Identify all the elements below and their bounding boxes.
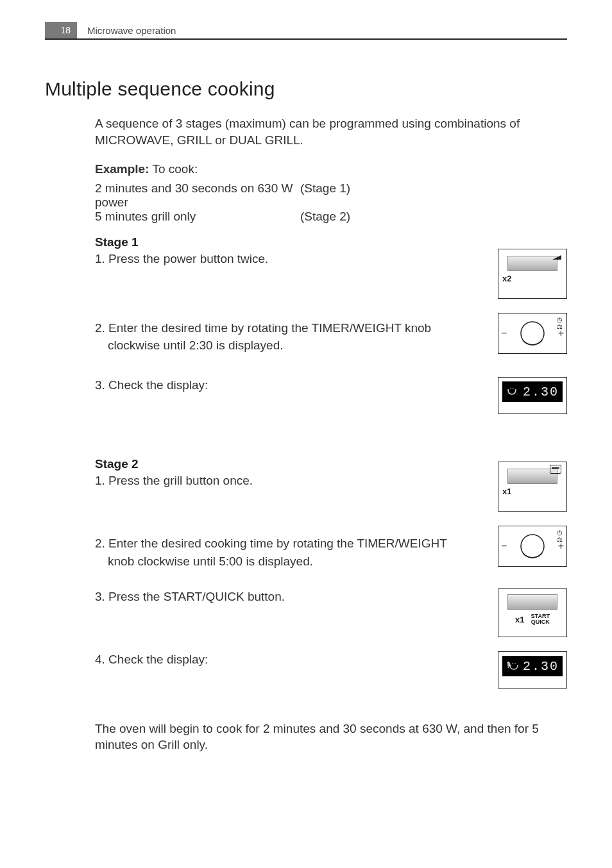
example-row-2: 5 minutes grill only (Stage 2) xyxy=(95,210,567,224)
stage1-step2: 2. Enter the desired time by rotating th… xyxy=(95,320,567,337)
example-row-1-right: (Stage 1) xyxy=(300,181,364,210)
page-title: Multiple sequence cooking xyxy=(45,78,567,100)
knob-icon xyxy=(518,319,547,348)
stage1-step1: 1. Press the power button twice. xyxy=(95,251,567,267)
clock-icon-2: ◷ xyxy=(557,529,563,536)
weight-icon-2: ⚖ xyxy=(557,536,563,543)
illus-display-2: 2.30 xyxy=(498,651,567,689)
example-row-2-left: 5 minutes grill only xyxy=(95,210,300,224)
stage1-step3: 3. Check the display: xyxy=(95,377,567,394)
stage2-step2: 2. Enter the desired cooking time by rot… xyxy=(95,535,567,552)
stage2-step1: 1. Press the grill button once. xyxy=(95,472,567,489)
intro-paragraph: A sequence of 3 stages (maximum) can be … xyxy=(95,115,567,148)
page-header: 18 Microwave operation xyxy=(45,22,567,40)
svg-point-5 xyxy=(514,663,516,664)
illus-start-button: x1 START QUICK xyxy=(498,588,567,637)
clock-icon: ◷ xyxy=(557,316,563,323)
power-level-icon xyxy=(552,252,561,261)
stage1-step2b: clockwise until 2:30 is displayed. xyxy=(95,337,567,354)
svg-point-2 xyxy=(513,388,514,389)
stage1-heading: Stage 1 xyxy=(95,235,567,249)
display-microwave-icon xyxy=(506,661,520,671)
illus-grill-button: x1 xyxy=(498,462,567,512)
start-label-bottom: QUICK xyxy=(531,619,550,625)
header-section-title: Microwave operation xyxy=(87,25,176,36)
stage2-step2b: knob clockwise until 5:00 is displayed. xyxy=(95,553,567,570)
display-value-2: 2.30 xyxy=(523,659,559,674)
knob-minus: − xyxy=(501,328,507,339)
press-count-x2: x2 xyxy=(502,274,511,283)
start-quick-label: START QUICK xyxy=(531,613,550,626)
footer-paragraph: The oven will begin to cook for 2 minute… xyxy=(95,721,567,753)
svg-point-1 xyxy=(510,388,511,389)
grill-icon xyxy=(550,465,561,475)
knob-icon-2 xyxy=(518,531,547,561)
weight-icon: ⚖ xyxy=(557,323,563,330)
knob-minus-2: − xyxy=(501,540,507,552)
display-value-1: 2.30 xyxy=(523,385,559,399)
example-label: Example: xyxy=(95,162,149,176)
svg-point-4 xyxy=(512,663,513,664)
stage2-step3: 3. Press the START/QUICK button. xyxy=(95,588,567,605)
press-count-x1-start: x1 xyxy=(515,615,524,624)
page-number: 18 xyxy=(45,22,77,38)
illus-display-1: 2.30 xyxy=(498,377,567,414)
example-row-2-right: (Stage 2) xyxy=(300,210,364,224)
example-intro: To cook: xyxy=(149,162,198,176)
power-button-graphic xyxy=(507,256,557,271)
stage2-step4: 4. Check the display: xyxy=(95,651,567,668)
stage2-heading: Stage 2 xyxy=(95,457,567,471)
start-button-graphic xyxy=(507,594,557,610)
illus-power-button: x2 xyxy=(498,249,567,299)
example-row-1-left: 2 minutes and 30 seconds on 630 W power xyxy=(95,181,300,210)
display-cook-icon xyxy=(506,387,518,397)
illus-timer-knob-1: − + ◷ ⚖ xyxy=(498,313,567,354)
example-row-1: 2 minutes and 30 seconds on 630 W power … xyxy=(95,181,567,210)
illus-timer-knob-2: − + ◷ ⚖ xyxy=(498,526,567,567)
press-count-x1-grill: x1 xyxy=(502,487,511,496)
